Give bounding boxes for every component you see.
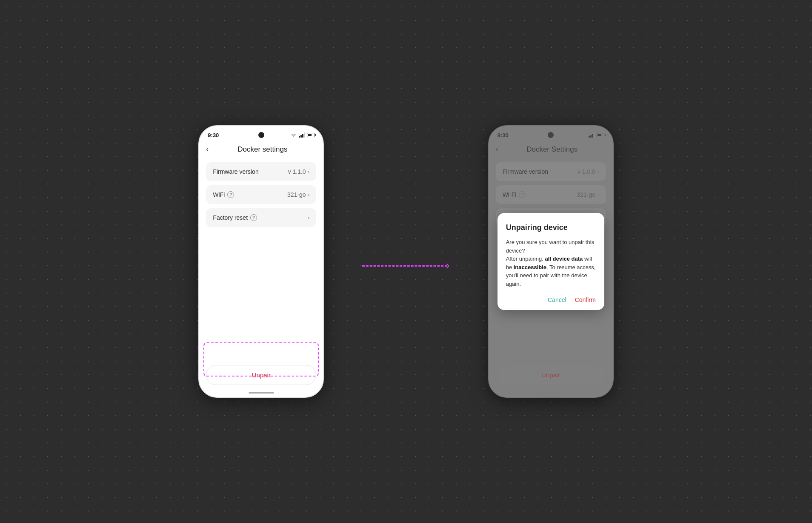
chevron-firmware-left: › <box>308 168 310 175</box>
dialog-body-line2-before: After unpairing, <box>506 256 545 262</box>
factory-reset-item-left[interactable]: Factory reset ? › <box>206 208 316 227</box>
camera-left <box>258 132 264 138</box>
wifi-label-left: WiFi ? <box>213 191 234 198</box>
scene: 9:30 <box>198 125 613 398</box>
svg-point-0 <box>293 136 294 137</box>
dialog-body: Are you sure you want to unpair this dev… <box>506 238 596 288</box>
battery-fill-left <box>308 134 312 136</box>
signal-bar-4 <box>304 132 305 138</box>
chevron-factory-left: › <box>308 214 310 221</box>
wifi-icon-left <box>290 132 297 138</box>
factory-reset-value-left: › <box>308 214 310 221</box>
dialog-body-line1: Are you sure you want to unpair this dev… <box>506 239 594 254</box>
time-left: 9:30 <box>208 132 219 138</box>
app-title-left: Docker settings <box>209 145 316 154</box>
dialog-confirm-button[interactable]: Confirm <box>575 296 596 303</box>
signal-bar-3 <box>302 134 303 138</box>
dialog-body-bold2: inaccessible <box>514 264 546 270</box>
factory-reset-info-icon-left: ? <box>250 214 257 221</box>
dialog-overlay: Unpairing device Are you sure you want t… <box>489 126 613 397</box>
home-indicator-left <box>249 392 274 394</box>
signal-bar-2 <box>300 135 302 138</box>
wifi-info-icon-left: ? <box>227 191 234 198</box>
phone-left: 9:30 <box>198 125 324 398</box>
unpair-section-left: Unpair <box>199 365 323 385</box>
phone-right: 9:30 ‹ Docker Settings <box>488 125 614 398</box>
dialog-actions: Cancel Confirm <box>506 296 596 303</box>
app-header-left: ‹ Docker settings <box>199 141 323 157</box>
wifi-value-left: 321-go › <box>287 191 309 198</box>
firmware-label-left: Firmware version <box>213 168 258 175</box>
signal-icon-left <box>299 132 305 138</box>
firmware-value-left: v 1.1.0 › <box>288 168 310 175</box>
chevron-wifi-left: › <box>308 191 310 198</box>
unpair-button-left[interactable]: Unpair <box>206 365 316 385</box>
battery-icon-left <box>307 133 315 137</box>
factory-reset-label-left: Factory reset ? <box>213 214 257 221</box>
settings-list-left: Firmware version v 1.1.0 › WiFi ? 321-go… <box>199 157 323 232</box>
dotted-line <box>362 265 447 267</box>
dialog-box: Unpairing device Are you sure you want t… <box>497 213 604 310</box>
signal-bar-1 <box>299 136 300 138</box>
dialog-title: Unpairing device <box>506 223 596 232</box>
firmware-item-left[interactable]: Firmware version v 1.1.0 › <box>206 162 316 181</box>
arrow-head: › <box>446 259 449 272</box>
status-icons-left <box>290 132 315 138</box>
wifi-item-left[interactable]: WiFi ? 321-go › <box>206 185 316 204</box>
dialog-body-bold1: all device data <box>545 256 583 262</box>
dialog-cancel-button[interactable]: Cancel <box>548 296 566 303</box>
arrow-connector: › <box>362 251 449 272</box>
